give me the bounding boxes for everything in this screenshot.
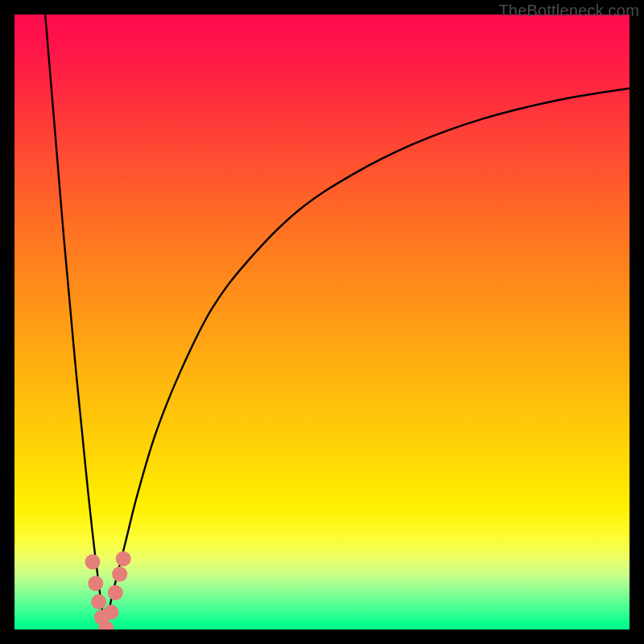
curve-layer [14, 14, 630, 630]
chart-frame: TheBottleneck.com [0, 0, 644, 644]
dip-marker [85, 554, 101, 569]
watermark-text: TheBottleneck.com [498, 2, 639, 20]
dip-marker [112, 567, 127, 582]
dip-markers [85, 551, 131, 630]
dip-marker [108, 585, 123, 601]
dip-marker [103, 605, 118, 620]
dip-marker [88, 576, 103, 591]
dip-marker [91, 594, 106, 609]
plot-area [14, 14, 630, 630]
curve-right-branch [105, 89, 630, 630]
dip-marker [116, 551, 131, 567]
curve-left-branch [45, 14, 105, 630]
